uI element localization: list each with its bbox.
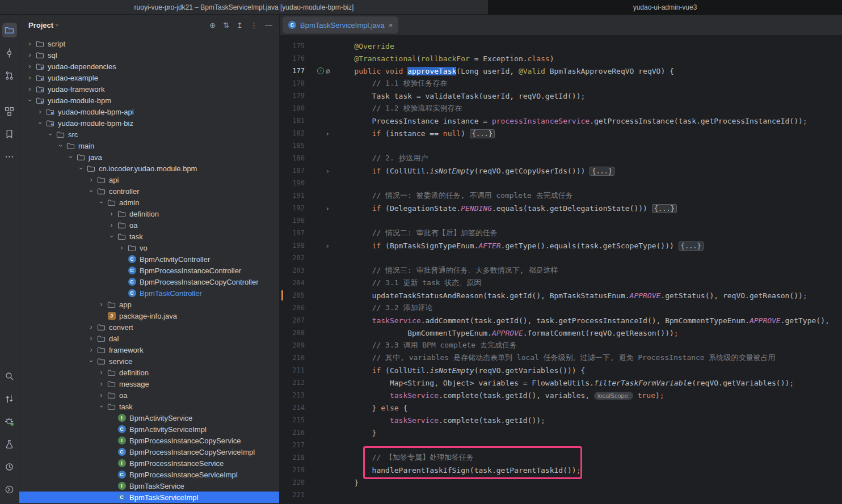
tree-item-yudao-module-bpm[interactable]: ›yudao-module-bpm: [19, 95, 279, 106]
code-line[interactable]: 177↑@ public void approveTask(Long userI…: [280, 65, 842, 77]
code-line[interactable]: 213 taskService.complete(task.getId(), v…: [280, 389, 842, 401]
chevron-down-icon[interactable]: ›: [45, 130, 55, 138]
chevron-down-icon[interactable]: ›: [86, 357, 96, 365]
gutter[interactable]: 203: [280, 264, 336, 277]
tree-item-bpmprocessinstanceservice[interactable]: IBpmProcessInstanceService: [19, 458, 279, 469]
code-line[interactable]: 220 }: [280, 476, 842, 489]
code-line[interactable]: 182› if (instance == null) {...}: [280, 127, 842, 139]
code-line[interactable]: 187› if (CollUtil.isNotEmpty(reqVO.getCo…: [280, 164, 842, 177]
gutter[interactable]: 175: [280, 40, 336, 52]
gutter[interactable]: 202: [280, 252, 336, 264]
annotation-gutter-icon[interactable]: @: [326, 67, 330, 75]
chevron-down-icon[interactable]: ›: [25, 96, 35, 104]
gutter[interactable]: 182›: [280, 127, 336, 139]
chevron-right-icon[interactable]: ›: [25, 40, 35, 48]
chevron-right-icon[interactable]: ›: [86, 334, 96, 342]
gutter[interactable]: 221: [280, 489, 336, 501]
line-number[interactable]: 196: [280, 217, 305, 225]
folded-region[interactable]: {...}: [470, 129, 495, 138]
collapse-all-icon[interactable]: ↥: [237, 21, 243, 29]
tree-item-admin[interactable]: ›admin: [19, 197, 279, 208]
tree-item-package-info-java[interactable]: Jpackage-info.java: [19, 310, 279, 321]
line-number[interactable]: 190: [280, 179, 305, 187]
line-number[interactable]: 202: [280, 254, 305, 262]
fold-arrow-icon[interactable]: ›: [325, 129, 330, 138]
line-number[interactable]: 212: [280, 379, 305, 387]
tree-item-bpmtaskserviceimpl[interactable]: CBpmTaskServiceImpl: [19, 492, 279, 503]
code-line[interactable]: 207 taskService.addComment(task.getId(),…: [280, 314, 842, 327]
code-line[interactable]: 178 // 1.1 校验任务存在: [280, 77, 842, 90]
line-number[interactable]: 210: [280, 354, 305, 362]
line-number[interactable]: 187: [280, 167, 305, 175]
line-number[interactable]: 197: [280, 229, 305, 237]
gutter[interactable]: 186: [280, 152, 336, 164]
code-line[interactable]: 180 // 1.2 校验流程实例存在: [280, 102, 842, 115]
line-number[interactable]: 213: [280, 391, 305, 399]
gutter[interactable]: 178: [280, 77, 336, 90]
tree-item-bpmactivityservice[interactable]: IBpmActivityService: [19, 412, 279, 423]
gutter[interactable]: 215: [280, 414, 336, 426]
line-number[interactable]: 208: [280, 329, 305, 337]
line-number[interactable]: 175: [280, 42, 305, 50]
tree-item-vo[interactable]: ›vo: [19, 242, 279, 253]
code-line[interactable]: 212 Map<String, Object> variables = Flow…: [280, 376, 842, 389]
line-number[interactable]: 204: [280, 279, 305, 287]
tree-item-bpmtaskservice[interactable]: IBpmTaskService: [19, 480, 279, 492]
line-number[interactable]: 198: [280, 242, 305, 249]
tree-item-src[interactable]: ›src: [19, 129, 279, 140]
line-number[interactable]: 217: [280, 441, 305, 449]
line-number[interactable]: 205: [280, 291, 305, 299]
gutter[interactable]: 185: [280, 139, 336, 152]
tree-item-bpmprocessinstanceserviceimpl[interactable]: CBpmProcessInstanceServiceImpl: [19, 469, 279, 480]
tree-item-task[interactable]: ›task: [19, 231, 279, 242]
tree-item-yudao-dependencies[interactable]: ›yudao-dependencies: [19, 61, 279, 72]
hide-panel-icon[interactable]: —: [265, 21, 272, 29]
line-number[interactable]: 186: [280, 154, 305, 162]
line-number[interactable]: 176: [280, 54, 305, 62]
tree-item-definition[interactable]: ›definition: [19, 208, 279, 219]
tree-item-api[interactable]: ›api: [19, 174, 279, 185]
line-number[interactable]: 211: [280, 366, 305, 374]
tree-item-oa[interactable]: ›oa: [19, 219, 279, 231]
project-panel-title[interactable]: Project: [28, 21, 53, 29]
code-line[interactable]: 208 BpmCommentTypeEnum.APPROVE.formatCom…: [280, 327, 842, 339]
line-number[interactable]: 180: [280, 104, 305, 112]
project-icon[interactable]: [2, 23, 17, 37]
chevron-right-icon[interactable]: ›: [25, 51, 35, 59]
chevron-down-icon[interactable]: ›: [96, 198, 106, 206]
gutter[interactable]: 213: [280, 389, 336, 401]
line-number[interactable]: 192: [280, 204, 305, 212]
code-line[interactable]: 202: [280, 252, 842, 264]
gutter[interactable]: 216: [280, 426, 336, 439]
tree-item-main[interactable]: ›main: [19, 140, 279, 151]
override-icon[interactable]: ↑: [317, 67, 324, 74]
debug-icon[interactable]: [2, 414, 17, 429]
code-line[interactable]: 219 handleParentTaskIfSign(task.getParen…: [280, 464, 842, 476]
line-number[interactable]: 215: [280, 416, 305, 424]
tree-item-bpmactivitycontroller[interactable]: CBpmActivityController: [19, 253, 279, 265]
close-icon[interactable]: ×: [389, 21, 393, 29]
chevron-right-icon[interactable]: ›: [96, 300, 106, 308]
chevron-right-icon[interactable]: ›: [96, 391, 106, 399]
chevron-right-icon[interactable]: ›: [25, 74, 35, 82]
line-number[interactable]: 214: [280, 404, 305, 412]
folded-region[interactable]: {...}: [679, 242, 704, 251]
gutter[interactable]: 191: [280, 189, 336, 202]
chevron-right-icon[interactable]: ›: [35, 108, 45, 116]
chevron-right-icon[interactable]: ›: [86, 346, 96, 354]
editor-tab[interactable]: C BpmTaskServiceImpl.java ×: [283, 16, 398, 33]
terminal-icon[interactable]: [2, 482, 17, 497]
code-line[interactable]: 215 taskService.complete(task.getId());: [280, 414, 842, 426]
gutter[interactable]: 198›: [280, 239, 336, 252]
tree-item-oa[interactable]: ›oa: [19, 389, 279, 401]
history-icon[interactable]: [2, 459, 17, 474]
gutter[interactable]: 196: [280, 214, 336, 227]
tree-item-convert[interactable]: ›convert: [19, 321, 279, 333]
folded-region[interactable]: {...}: [590, 167, 614, 176]
code-line[interactable]: 191 // 情况一: 被委派的任务, 不调用 complete 去完成任务: [280, 189, 842, 202]
gutter[interactable]: 217: [280, 439, 336, 451]
line-number[interactable]: 181: [280, 117, 305, 125]
chevron-down-icon[interactable]: ›: [76, 164, 86, 172]
chevron-down-icon[interactable]: ›: [35, 119, 45, 127]
code-line[interactable]: 196: [280, 214, 842, 227]
